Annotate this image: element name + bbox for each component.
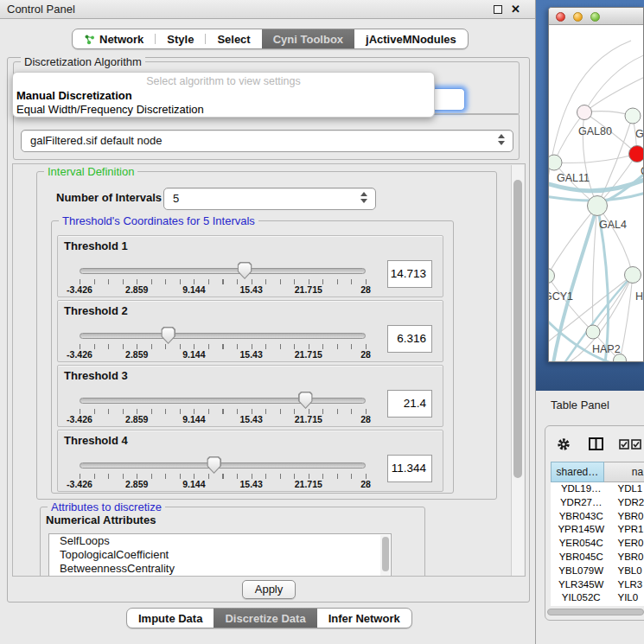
node-gcy1[interactable] <box>549 269 555 284</box>
threshold-1-label: Threshold 1 <box>64 239 128 252</box>
node-label-hap2: HAP2 <box>592 343 621 355</box>
number-of-intervals-combobox[interactable]: 5 <box>163 188 376 210</box>
table-row[interactable]: YBL079WYBL0 <box>551 564 644 578</box>
node-hap2[interactable] <box>586 325 600 339</box>
table-row[interactable]: YER054CYER0 <box>551 537 644 551</box>
interval-definition-group: Interval Definition Number of Intervals … <box>36 171 497 500</box>
split-panel-icon[interactable] <box>589 437 603 450</box>
threshold-2-slider[interactable] <box>80 326 366 343</box>
node-label-c: C <box>641 165 644 177</box>
table-header-row: shared… na <box>551 462 644 482</box>
thresholds-group: Threshold's Coordinates for 5 Intervals … <box>51 220 454 494</box>
table-toolbar <box>545 426 644 461</box>
column-header-name[interactable]: na <box>604 462 644 482</box>
table-panel-title: Table Panel <box>551 399 609 411</box>
attribute-item[interactable]: TopologicalCoefficient <box>49 548 391 562</box>
top-tab-bar: Network Style Select Cyni Toolbox jActiv… <box>72 29 469 49</box>
slider-thumb[interactable] <box>207 456 221 474</box>
slider-track[interactable] <box>80 462 366 469</box>
float-window-icon[interactable] <box>494 5 502 14</box>
table-row[interactable]: YBR045CYBR0 <box>551 551 644 564</box>
slider-tick-labels: -3.426 2.859 9.144 15.43 21.715 28 <box>80 284 366 295</box>
apply-button[interactable]: Apply <box>242 580 296 599</box>
threshold-4-slider[interactable] <box>80 456 366 473</box>
node-gal11[interactable] <box>549 155 562 170</box>
tab-impute-data[interactable]: Impute Data <box>127 609 214 628</box>
slider-tick-labels: -3.426 2.859 9.144 15.43 21.715 28 <box>80 479 366 489</box>
node-gal4[interactable] <box>588 196 608 216</box>
zoom-traffic-light-icon[interactable] <box>590 12 600 22</box>
threshold-1-value-field[interactable]: 14.713 <box>387 260 432 288</box>
tab-select[interactable]: Select <box>206 29 261 48</box>
number-of-intervals-label: Number of Intervals <box>56 191 162 204</box>
attributes-list-scrollbar[interactable] <box>380 535 390 577</box>
threshold-3-label: Threshold 3 <box>64 369 128 382</box>
node-gal80[interactable] <box>577 105 592 120</box>
control-panel: Control Panel ✕ Network Style Select Cyn… <box>0 0 536 644</box>
node-h[interactable] <box>625 267 641 284</box>
table-data-combobox[interactable]: galFiltered.sif default node <box>21 130 513 152</box>
dropdown-hint: Select algorithm to view settings <box>13 75 434 87</box>
threshold-2-panel: Threshold 2 -3.426 2.859 9.144 15.43 21.… <box>57 300 443 362</box>
threshold-3-slider[interactable] <box>80 391 366 408</box>
algorithm-dropdown: Select algorithm to view settings Manual… <box>12 72 435 118</box>
slider-thumb[interactable] <box>161 327 175 344</box>
threshold-3-panel: Threshold 3 -3.426 2.859 9.144 15.43 21.… <box>57 365 443 427</box>
number-of-intervals-value: 5 <box>173 192 179 205</box>
close-traffic-light-icon[interactable] <box>556 12 565 22</box>
tab-cyni-toolbox[interactable]: Cyni Toolbox <box>262 29 354 48</box>
table-row[interactable]: YLR345WYLR3 <box>551 578 644 592</box>
table-horizontal-scrollbar[interactable] <box>547 609 644 615</box>
close-icon[interactable]: ✕ <box>511 4 521 15</box>
threshold-1-panel: Threshold 1 -3.426 2.859 9.144 15.43 21.… <box>57 235 443 297</box>
threshold-2-value-field[interactable]: 6.316 <box>387 325 432 353</box>
node-ga[interactable] <box>625 108 641 124</box>
tab-jactivemnodules[interactable]: jActiveMNodules <box>354 29 468 48</box>
slider-track[interactable] <box>80 333 366 339</box>
threshold-3-value-field[interactable]: 21.4 <box>387 390 432 418</box>
dropdown-option-equal-width[interactable]: Equal Width/Frequency Discretization <box>16 103 204 116</box>
thresholds-group-label: Threshold's Coordinates for 5 Intervals <box>59 214 258 227</box>
checkbox-checked-icon[interactable] <box>619 439 629 450</box>
node-label-gcy1: GCY1 <box>549 290 573 303</box>
algorithm-group-label: Discretization Algorithm <box>21 55 145 68</box>
column-header-shared-name[interactable]: shared… <box>551 462 604 482</box>
table-row[interactable]: YIL052CYIL0 <box>551 591 644 605</box>
slider-track[interactable] <box>80 398 366 404</box>
threshold-4-value-field[interactable]: 11.344 <box>387 455 432 482</box>
slider-thumb[interactable] <box>238 262 252 279</box>
attribute-item[interactable]: BetweennessCentrality <box>49 562 391 576</box>
table-row[interactable]: YDR27…YDR2 <box>551 496 644 510</box>
attributes-group: Attributes to discretize Numerical Attri… <box>40 507 425 577</box>
table-row[interactable]: YPR145WYPR1 <box>551 523 644 537</box>
table-row[interactable]: YBR043CYBR0 <box>551 510 644 524</box>
combobox-arrows-icon <box>360 192 368 206</box>
control-panel-title: Control Panel <box>7 3 75 16</box>
gear-icon[interactable] <box>556 437 571 452</box>
threshold-1-slider[interactable] <box>80 261 366 278</box>
network-window-titlebar[interactable] <box>549 8 643 25</box>
tab-style[interactable]: Style <box>156 29 205 48</box>
attribute-item[interactable]: SelfLoops <box>49 534 391 548</box>
tab-discretize-data[interactable]: Discretize Data <box>214 609 316 628</box>
attributes-list[interactable]: SelfLoops TopologicalCoefficient Between… <box>48 533 392 577</box>
tab-network-label: Network <box>99 33 143 46</box>
dropdown-option-manual[interactable]: Manual Discretization <box>16 89 132 102</box>
settings-scrollbar[interactable] <box>511 165 524 577</box>
network-canvas[interactable]: GAL80 GA C GAL11 GAL4 GCY1 H HAP2 <box>549 25 644 362</box>
node-label-gal80: GAL80 <box>578 125 612 137</box>
table-panel-box: shared… na YDL19…YDL1 YDR27…YDR2 YBR043C… <box>545 425 644 621</box>
node-label-gal11: GAL11 <box>557 172 590 184</box>
tab-infer-network[interactable]: Infer Network <box>317 609 411 628</box>
slider-track[interactable] <box>80 268 366 274</box>
checkbox-checked-icon[interactable] <box>631 439 641 450</box>
tab-network[interactable]: Network <box>73 29 155 48</box>
bottom-tab-bar: Impute Data Discretize Data Infer Networ… <box>126 608 412 628</box>
combobox-arrows-icon <box>498 134 506 148</box>
minimize-traffic-light-icon[interactable] <box>573 12 583 22</box>
node-red-selected[interactable] <box>629 146 644 163</box>
table-row[interactable]: YDL19…YDL1 <box>551 482 644 496</box>
table-rows[interactable]: YDL19…YDL1 YDR27…YDR2 YBR043CYBR0 YPR145… <box>551 482 644 606</box>
network-view-window[interactable]: GAL80 GA C GAL11 GAL4 GCY1 H HAP2 <box>548 7 644 362</box>
slider-thumb[interactable] <box>298 392 313 409</box>
